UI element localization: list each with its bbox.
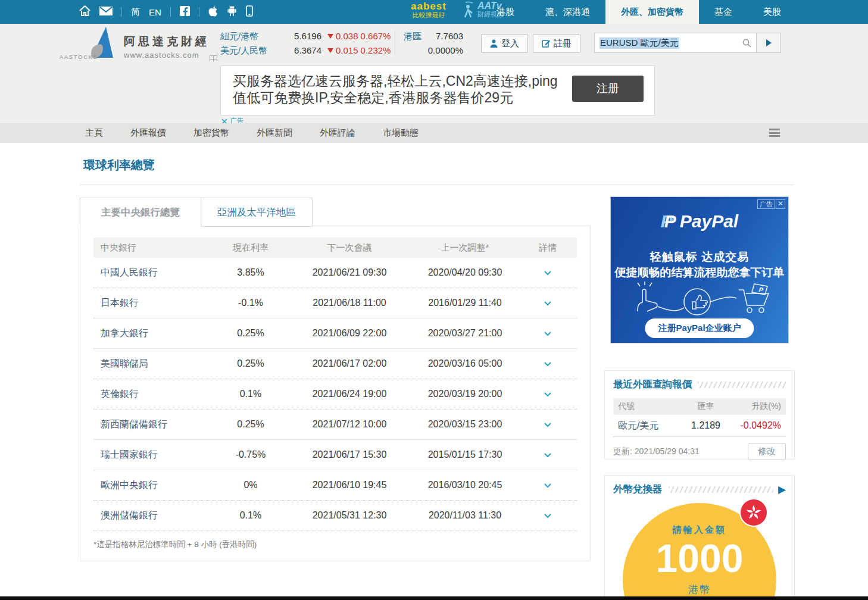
hatch-decoration <box>698 382 786 388</box>
banner-ad[interactable]: 买服务器选亿速云服务器,轻松上云,CN2高速连接,ping 值低可免费换IP,安… <box>220 65 655 115</box>
peg-pct: 0.0000% <box>404 43 463 58</box>
recent-quotes-title: 最近外匯查詢報價 <box>613 378 692 391</box>
chevron-down-icon[interactable] <box>544 328 552 339</box>
current-rate: 0.1% <box>197 389 304 399</box>
aastocks-brand-text: AASTOCKS <box>60 54 98 60</box>
paypal-ad[interactable]: 广告 ✕ PPPayPal 轻触鼠标 达成交易 便捷顺畅的结算流程助您拿下订单 … <box>610 196 789 343</box>
register-button[interactable]: 註冊 <box>533 34 580 53</box>
table-row: 加拿大銀行 0.25% 2021/06/09 22:00 2020/03/27 … <box>93 318 577 349</box>
symbol-search: EURUSD 歐元/美元 <box>594 33 781 53</box>
converter-go-icon[interactable]: ▶ <box>778 485 786 495</box>
current-rate: 3.85% <box>197 267 304 278</box>
table-row: 日本銀行 -0.1% 2021/06/18 11:00 2016/01/29 1… <box>93 288 577 318</box>
chevron-down-icon[interactable] <box>544 389 552 399</box>
paypal-logo: PPPayPal <box>611 211 788 232</box>
facebook-icon[interactable] <box>180 6 190 18</box>
nav-fx-quotes[interactable]: 外匯報價 <box>130 127 166 139</box>
quote-row: 歐元/美元 1.2189 -0.0492% <box>613 415 786 437</box>
divider <box>395 31 395 55</box>
table-row: 英倫銀行 0.1% 2021/06/24 19:00 2020/03/19 20… <box>93 379 577 410</box>
chevron-down-icon[interactable] <box>544 419 552 430</box>
quotes-updated-time: 更新: 2021/05/29 04:31 <box>613 446 700 457</box>
page-bottom-edge <box>0 596 868 600</box>
bank-name: 加拿大銀行 <box>93 327 197 340</box>
chevron-down-icon[interactable] <box>544 480 552 490</box>
bank-name: 美國聯儲局 <box>93 358 197 370</box>
nav-crypto[interactable]: 加密貨幣 <box>193 127 229 139</box>
rate-tabs: 主要中央銀行總覽 亞洲及太平洋地區 <box>80 198 313 227</box>
market-nav: 港股 滬、深港通 外匯、加密貨幣 基金 美股 <box>481 0 797 24</box>
quote-change: -0.0492% <box>731 420 786 431</box>
bank-name: 中國人民銀行 <box>93 267 197 279</box>
site-title: 阿思達克財經 <box>124 34 210 49</box>
tab-connect[interactable]: 滬、深港通 <box>530 0 605 24</box>
aabest-logo[interactable]: aabest 比較揀最好 <box>411 1 447 18</box>
mail-icon[interactable] <box>99 7 113 18</box>
converter-title: 外幣兌換器 <box>613 483 663 496</box>
top-utility-bar: 简 EN aabest 比較揀最好 AATv 財經視頻 港股 滬、深港通 外匯、… <box>0 0 868 24</box>
search-icon[interactable] <box>738 39 756 48</box>
currency-label: 港幣 <box>623 583 776 596</box>
person-icon <box>490 39 498 48</box>
login-button[interactable]: 登入 <box>481 34 528 53</box>
apple-icon[interactable] <box>208 5 218 19</box>
chevron-down-icon[interactable] <box>544 298 552 308</box>
search-input[interactable]: EURUSD 歐元/美元 <box>595 38 738 49</box>
tab-hk-stocks[interactable]: 港股 <box>481 0 530 24</box>
ticker-pair-link[interactable]: 美元/人民幣 <box>220 43 279 58</box>
edit-quotes-button[interactable]: 修改 <box>748 443 786 460</box>
lang-simplified-toggle[interactable]: 简 <box>131 7 140 18</box>
page-title: 環球利率總覽 <box>83 157 155 173</box>
next-meeting: 2021/06/18 11:00 <box>304 298 395 308</box>
amount-input[interactable]: 1000 <box>623 537 776 580</box>
ad-tag-label: 广告 <box>757 199 775 209</box>
chevron-down-icon[interactable] <box>544 510 552 521</box>
nav-fx-news[interactable]: 外匯新聞 <box>257 127 292 139</box>
next-meeting: 2021/07/12 10:00 <box>304 419 395 430</box>
ticker-pair-link[interactable]: 紐元/港幣 <box>220 29 279 43</box>
svg-text:P: P <box>758 286 764 293</box>
chevron-down-icon[interactable] <box>544 358 552 369</box>
nav-market-trends[interactable]: 市場動態 <box>383 127 419 139</box>
last-change: 2020/03/16 05:00 <box>395 358 535 369</box>
play-arrow-icon <box>766 39 772 46</box>
current-rate: -0.1% <box>197 298 304 308</box>
ad-text-line2: 值低可免费换IP,安全稳定,香港服务器售价29元 <box>233 89 513 107</box>
ticker-change: 0.0150.232% <box>327 43 391 58</box>
home-icon[interactable] <box>79 5 90 18</box>
menu-icon[interactable] <box>769 129 780 137</box>
aastocks-logo[interactable]: AASTOCKS 阿思達克財經 www.aastocks.com <box>83 27 210 60</box>
current-rate: 0.25% <box>197 328 304 339</box>
next-meeting: 2021/06/21 09:30 <box>304 267 395 278</box>
table-row: 美國聯儲局 0.25% 2021/06/17 02:00 2020/03/16 … <box>93 349 577 379</box>
ad-close-icon[interactable]: ✕ <box>776 199 785 209</box>
paypal-ad-line2: 便捷顺畅的结算流程助您拿下订单 <box>611 265 788 280</box>
next-meeting: 2021/06/24 19:00 <box>304 389 395 399</box>
tab-forex-crypto[interactable]: 外匯、加密貨幣 <box>605 0 699 24</box>
tab-asia-pacific[interactable]: 亞洲及太平洋地區 <box>201 198 313 227</box>
hk-flag-icon[interactable] <box>741 499 767 526</box>
ad-strip: 买服务器选亿速云服务器,轻松上云,CN2高速连接,ping 值低可免费换IP,安… <box>0 61 868 123</box>
tab-major-central-banks[interactable]: 主要中央銀行總覽 <box>80 198 201 227</box>
col-details: 詳情 <box>535 242 560 254</box>
nav-fx-commentary[interactable]: 外匯評論 <box>320 127 355 139</box>
tab-funds[interactable]: 基金 <box>699 0 748 24</box>
last-change: 2020/03/19 20:00 <box>395 389 535 399</box>
ad-register-button[interactable]: 注册 <box>572 76 644 102</box>
chevron-down-icon[interactable] <box>544 449 552 460</box>
tab-us-stocks[interactable]: 美股 <box>748 0 797 24</box>
lang-english-toggle[interactable]: EN <box>149 7 161 17</box>
fx-tickers: 紐元/港幣 5.6196 0.0380.667% 美元/人民幣 6.3674 0… <box>220 29 391 58</box>
paypal-cta-button[interactable]: 注册PayPal企业账户 <box>645 318 754 338</box>
quote-rate: 1.2189 <box>680 420 730 431</box>
mobile-icon[interactable] <box>246 5 253 19</box>
nav-home[interactable]: 主頁 <box>85 127 103 139</box>
search-go-button[interactable] <box>757 33 780 52</box>
section-nav: 主頁 外匯報價 加密貨幣 外匯新聞 外匯評論 市場動態 <box>0 123 868 143</box>
android-icon[interactable] <box>227 5 237 19</box>
chevron-down-icon[interactable] <box>544 267 552 278</box>
current-rate: 0% <box>197 480 304 490</box>
quote-pair-link[interactable]: 歐元/美元 <box>613 420 680 432</box>
next-meeting: 2021/06/17 15:30 <box>304 449 395 460</box>
bank-name: 澳洲儲備銀行 <box>93 510 197 522</box>
